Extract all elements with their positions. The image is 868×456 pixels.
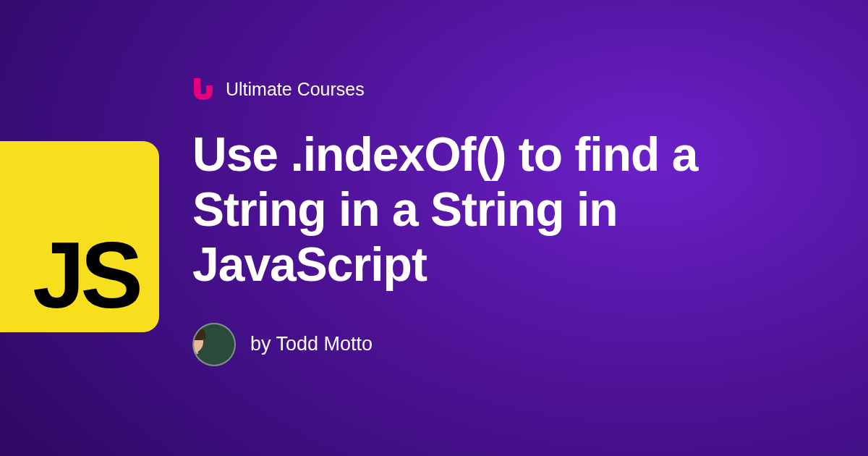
- post-title: Use .indexOf() to find a String in a Str…: [192, 127, 817, 292]
- js-badge-label: JS: [33, 228, 139, 322]
- js-badge: JS: [0, 141, 159, 332]
- content-area: Ultimate Courses Use .indexOf() to find …: [192, 77, 817, 366]
- brand-row: Ultimate Courses: [192, 77, 817, 101]
- author-row: by Todd Motto: [192, 323, 817, 366]
- ultimate-logo-icon: [192, 77, 214, 101]
- author-byline: by Todd Motto: [250, 333, 373, 355]
- brand-name: Ultimate Courses: [226, 79, 365, 100]
- author-avatar: [192, 323, 236, 366]
